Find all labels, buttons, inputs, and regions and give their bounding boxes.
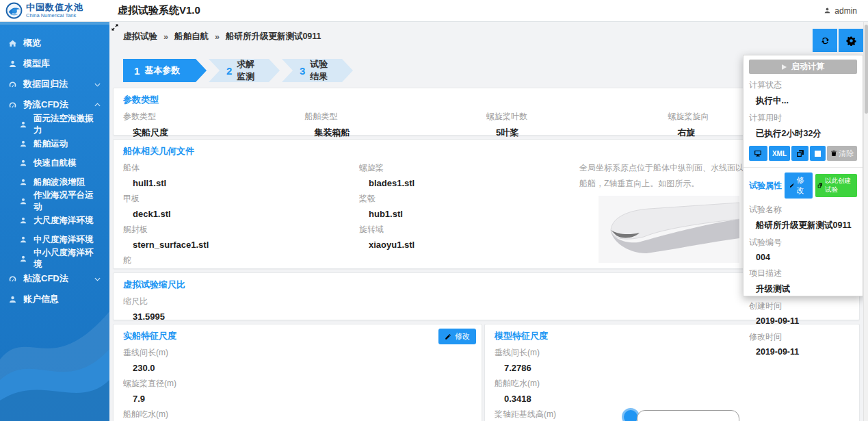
gauge-icon (8, 101, 17, 110)
sidebar: 概览 模型库 数据回归法 势流CFD法 面元法空泡激振力 船舶运动 (0, 22, 109, 421)
user-menu[interactable]: admin (824, 6, 857, 16)
sidebar-subitem-platform-motion[interactable]: 作业海况平台运动 (0, 192, 109, 211)
test-properties-title: 试验属性 (749, 180, 782, 192)
tab-test-results[interactable]: 3 试验结果 (282, 59, 353, 82)
user-icon (19, 255, 27, 263)
monitor-button[interactable] (749, 146, 767, 161)
settings-button[interactable] (839, 29, 863, 52)
field-value: 2019-09-11 (756, 347, 857, 357)
status-label: 计算状态 (749, 79, 857, 91)
breadcrumb-item[interactable]: 船舶自航 (174, 31, 209, 42)
sidebar-subitem-panel-cavitation[interactable]: 面元法空泡激振力 (0, 115, 109, 134)
user-icon (19, 140, 27, 148)
field-value: blades1.stl (369, 178, 579, 188)
tooltip-box (637, 410, 739, 421)
scrollbar[interactable] (863, 22, 868, 421)
sidebar-item-data-regression[interactable]: 数据回归法 (0, 74, 109, 94)
user-icon (19, 216, 27, 225)
expand-icon[interactable] (111, 23, 119, 31)
monitor-icon (754, 149, 762, 157)
sidebar-item-potential-cfd[interactable]: 势流CFD法 (0, 94, 109, 115)
field-label: 船舶吃水(m) (495, 378, 850, 390)
field-value: 004 (756, 253, 857, 262)
modify-button[interactable]: 修改 (785, 173, 813, 199)
status-value: 执行中... (756, 95, 857, 107)
create-from-this-button[interactable]: 以此创建试验 (815, 174, 857, 197)
sidebar-item-label: 势流CFD法 (23, 99, 68, 111)
trash-icon (830, 150, 837, 157)
step-label: 求解监测 (237, 58, 263, 83)
tab-solver-monitoring[interactable]: 2 求解监测 (209, 59, 280, 82)
scrollbar-thumb[interactable] (865, 25, 868, 114)
field-label: 项目描述 (749, 268, 857, 279)
sidebar-subitem-large-scale-ocean[interactable]: 大尺度海洋环境 (0, 211, 109, 230)
field-label: 船舶类型 (305, 111, 487, 123)
sidebar-item-viscous-cfd[interactable]: 粘流CFD法 (0, 268, 109, 289)
sidebar-item-label: 模型库 (23, 58, 50, 70)
sidebar-item-label: 面元法空泡激振力 (34, 113, 101, 136)
modify-button[interactable]: 修改 (438, 329, 476, 344)
field-label: 修改时间 (749, 331, 857, 343)
user-icon (19, 120, 27, 129)
sidebar-item-label: 船舶波浪增阻 (34, 177, 85, 188)
field-value: hub1.stl (369, 209, 579, 219)
sidebar-item-overview[interactable]: 概览 (0, 33, 109, 53)
modify-label: 修改 (455, 331, 470, 342)
field-label: 桨毂 (359, 193, 579, 205)
home-icon (8, 39, 17, 48)
tab-basic-parameters[interactable]: 1 基本参数 (123, 59, 207, 82)
sidebar-item-label: 粘流CFD法 (23, 272, 68, 285)
card-title: 参数类型 (123, 94, 850, 106)
field-label: 垂线间长(m) (123, 347, 472, 359)
sidebar-subitem-fast-self-propulsion[interactable]: 快速自航模 (0, 153, 109, 173)
field-value: xiaoyu1.stl (369, 240, 579, 250)
refresh-button[interactable] (813, 29, 837, 52)
copy-button[interactable] (791, 146, 808, 161)
xml-button[interactable]: XML (769, 146, 791, 161)
field-label: 试验编号 (749, 237, 857, 248)
sidebar-subitem-ship-motion[interactable]: 船舶运动 (0, 134, 109, 153)
sidebar-item-label: 中尺度海洋环境 (34, 234, 94, 246)
sidebar-subitem-small-medium-scale-ocean[interactable]: 中小尺度海洋环境 (0, 249, 109, 268)
field-label: 螺旋桨 (359, 162, 579, 174)
sidebar-item-label: 船舶运动 (34, 138, 68, 150)
sidebar-subitem-wave-resistance[interactable]: 船舶波浪增阻 (0, 173, 109, 192)
top-header: 中国数值水池 China Numerical Tank 虚拟试验系统V1.0 a… (0, 0, 868, 22)
tooltip-partial (622, 408, 739, 421)
sidebar-item-label: 作业海况平台运动 (34, 190, 101, 213)
step-label: 基本参数 (144, 64, 180, 77)
field-value: stern_surface1.stl (133, 240, 359, 250)
logo-icon (5, 2, 23, 19)
field-value: 升级测试 (756, 283, 857, 295)
sidebar-subitem-medium-scale-ocean[interactable]: 中尺度海洋环境 (0, 230, 109, 249)
field-label: 缩尺比 (123, 296, 850, 307)
step-number: 3 (300, 65, 305, 77)
stop-icon (815, 151, 821, 157)
field-value: 7.2786 (504, 363, 850, 373)
breadcrumb-item[interactable]: 虚拟试验 (123, 31, 157, 42)
step-label: 试验结果 (310, 58, 337, 83)
sidebar-item-model-library[interactable]: 模型库 (0, 53, 109, 74)
logo: 中国数值水池 China Numerical Tank (5, 2, 109, 19)
step-number: 2 (226, 65, 232, 77)
sidebar-item-account-info[interactable]: 账户信息 (0, 289, 109, 309)
field-label: 螺旋桨直径(m) (123, 378, 472, 390)
card-title: 船体相关几何文件 (123, 145, 850, 157)
breadcrumb-separator: » (215, 32, 220, 42)
stop-button[interactable] (810, 146, 826, 161)
breadcrumb: 虚拟试验 » 船舶自航 » 船研所升级更新测试0911 (123, 31, 321, 42)
field-value: 船研所升级更新测试0911 (756, 220, 857, 231)
field-value: 31.5995 (133, 311, 850, 322)
start-computation-label: 启动计算 (791, 61, 824, 73)
sidebar-item-label: 账户信息 (23, 293, 59, 305)
user-icon (19, 197, 27, 205)
field-label: 旋转域 (359, 224, 579, 235)
field-value: 230.0 (133, 363, 472, 373)
logo-subtitle: China Numerical Tank (26, 13, 83, 18)
field-value: 集装箱船 (315, 127, 487, 139)
field-label: 船舶吃水(m) (123, 409, 472, 420)
field-label: 船体 (123, 162, 359, 174)
start-computation-button[interactable]: 启动计算 (749, 60, 857, 74)
clear-button[interactable]: 清除 (827, 146, 857, 161)
field-value: 5叶桨 (496, 127, 668, 139)
